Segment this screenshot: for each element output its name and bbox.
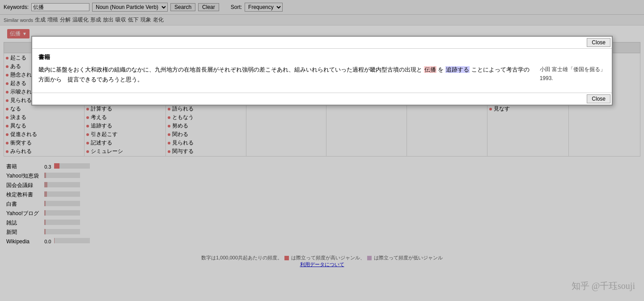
sentence-wo: を [438,66,445,73]
modal-close-bottom-button[interactable]: Close [587,94,610,103]
highlight-tsuiseki: 追跡する [445,66,470,73]
modal-footer: Close [32,93,612,105]
sentence-part1: 畿内に基盤をおく大和政権の組織のなかに、九州地方の在地首長層がそれぞれ強弱の差こ… [38,66,422,73]
modal-section-title: 書籍 [38,53,606,61]
modal-citation: 小田 富士雄「倭国を掘る」1993. [540,65,606,83]
modal-close-top-button[interactable]: Close [587,38,610,47]
highlight-denpa: 伝播 [424,66,436,73]
modal-header: Close [32,37,612,49]
modal-sentence: 小田 富士雄「倭国を掘る」1993. 畿内に基盤をおく大和政権の組織のなかに、九… [38,65,606,85]
modal-overlay: Close 書籍 小田 富士雄「倭国を掘る」1993. 畿内に基盤をおく大和政権… [0,0,644,270]
modal-dialog: Close 書籍 小田 富士雄「倭国を掘る」1993. 畿内に基盤をおく大和政権… [31,36,613,106]
modal-body: 書籍 小田 富士雄「倭国を掘る」1993. 畿内に基盤をおく大和政権の組織のなか… [32,49,612,89]
